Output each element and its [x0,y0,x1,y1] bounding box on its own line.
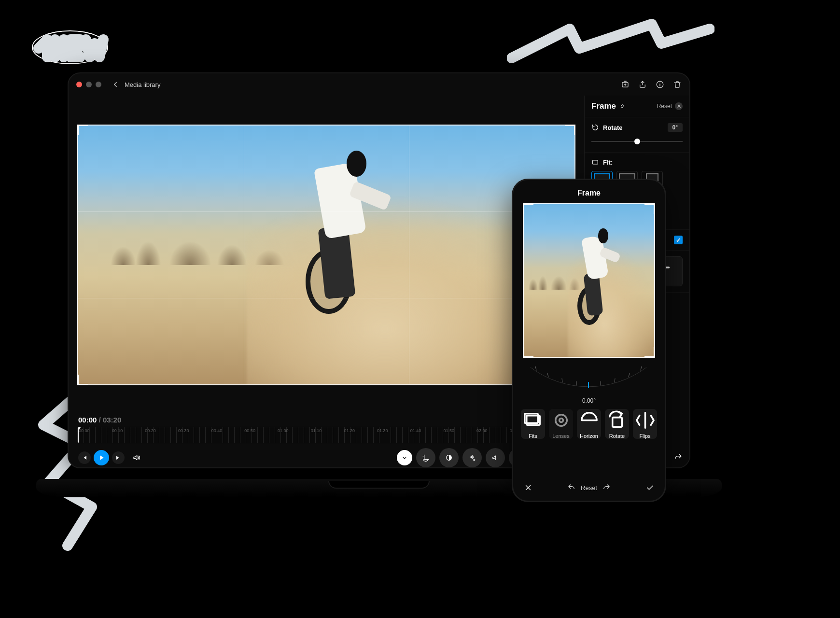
rotate-label: Rotate [603,124,622,131]
timecode-duration: 03:20 [103,416,121,424]
window-zoom-dot[interactable] [96,82,101,87]
timeline-mark: 00:30 [177,428,210,433]
phone-tools: FitsLensesHorizonRotateFlips [513,404,665,444]
topbar-actions [621,80,682,89]
rotate-value[interactable]: 0° [668,123,683,132]
svg-rect-22 [612,418,622,427]
leveling-checkbox[interactable]: ✓ [674,236,683,244]
timeline-mark: 01:10 [310,428,343,433]
timeline-mark: 00:20 [144,428,177,433]
sort-arrows-icon [619,103,626,110]
window-traffic-lights [76,82,101,87]
phone-confirm-button[interactable] [645,483,654,492]
phone-tool-lenses[interactable]: Lenses [549,409,573,439]
info-icon[interactable] [656,80,664,89]
frame-next-button[interactable] [112,451,125,464]
timeline-mark: 01:40 [409,428,443,433]
tool-frame-button[interactable] [416,448,435,467]
close-icon: ✕ [675,102,683,110]
rotate-dial[interactable]: 0.00° [521,363,657,404]
add-media-icon[interactable] [621,80,630,89]
phone-crop-br[interactable] [644,347,655,358]
play-button[interactable] [94,450,109,465]
phone-undo-button[interactable] [567,483,576,492]
phone-video-canvas[interactable] [523,203,655,358]
phone-tool-fits[interactable]: Fits [521,409,545,439]
expand-tools-button[interactable] [397,450,412,465]
volume-icon[interactable] [132,453,141,462]
phone-redo-button[interactable] [602,483,611,492]
phone-device: Frame 0.00° FitsLensesHorizonRotateFlips [512,179,666,502]
phone-close-button[interactable] [524,483,532,492]
svg-line-11 [562,379,562,382]
share-icon[interactable] [638,80,647,89]
svg-point-20 [555,415,567,426]
video-canvas[interactable] [77,125,575,385]
dial-value: 0.00° [582,397,596,404]
svg-line-17 [641,366,642,370]
new-badge-scribble [24,19,116,72]
timeline-mark: 02:00 [476,428,509,433]
timeline-mark: 01:00 [277,428,310,433]
window-close-dot[interactable] [76,82,82,87]
phone-crop-tl[interactable] [523,203,533,214]
svg-line-10 [547,373,548,377]
zigzag-scribble-top [507,14,714,72]
crop-handle-tl[interactable] [77,125,88,135]
redo-button[interactable] [674,453,683,462]
tool-color-button[interactable] [439,448,459,467]
bottom-controls: Aa [77,443,575,467]
crop-frame[interactable] [77,125,575,385]
rotate-icon [591,124,599,131]
phone-tool-flips[interactable]: Flips [633,409,657,439]
breadcrumb[interactable]: Media library [125,81,160,88]
phone-title: Frame [513,186,665,203]
phone-tool-rotate[interactable]: Rotate [605,409,629,439]
timecode-current: 00:00 [78,416,97,424]
crop-handle-tr[interactable] [565,125,575,135]
timeline-mark: 01:20 [343,428,376,433]
back-arrow-icon[interactable] [111,80,120,89]
rotate-slider[interactable] [591,137,683,146]
phone-tool-horizon[interactable]: Horizon [577,409,601,439]
preview-area: 00:00 / 03:20 00:0000:1000:2000:3000:400… [69,96,584,467]
svg-rect-8 [593,160,598,164]
trash-icon[interactable] [673,80,682,89]
timeline-mark: 00:10 [111,428,144,433]
timeline-mark: 00:50 [243,428,277,433]
timeline-mark: 00:40 [210,428,244,433]
tool-audio-button[interactable] [486,448,505,467]
phone-crop-bl[interactable] [523,347,533,358]
phone-crop-tr[interactable] [644,203,655,214]
phone-reset-button[interactable]: Reset [581,484,597,492]
timeline-mark: 01:50 [442,428,476,433]
sidebar-title[interactable]: Frame [591,101,626,111]
svg-line-15 [615,379,615,382]
fit-label: Fit: [603,159,613,166]
reset-button[interactable]: Reset ✕ [657,102,683,110]
svg-point-0 [32,31,108,64]
topbar: Media library [69,73,689,96]
crop-handle-bl[interactable] [77,375,88,385]
svg-line-9 [535,366,536,370]
timeline-mark: 01:30 [376,428,409,433]
window-minimize-dot[interactable] [86,82,92,87]
svg-point-21 [559,419,563,422]
frame-prev-button[interactable] [78,451,91,464]
svg-line-16 [629,373,630,377]
timeline[interactable]: 00:0000:1000:2000:3000:4000:5001:0001:10… [77,427,575,443]
playhead[interactable] [78,427,79,443]
timeline-mark: 00:00 [78,428,111,433]
tool-effects-button[interactable] [462,448,482,467]
timecode: 00:00 / 03:20 [78,416,575,424]
fit-icon [591,158,599,166]
